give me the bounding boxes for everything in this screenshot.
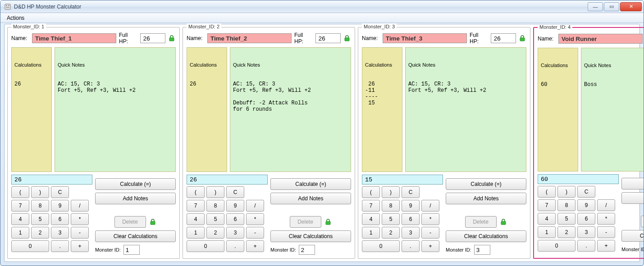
close-button[interactable]: ✕ (620, 2, 642, 11)
name-input[interactable] (32, 33, 116, 43)
key-multiply[interactable]: * (246, 213, 264, 225)
key-divide[interactable]: / (421, 200, 439, 212)
display-input[interactable] (362, 175, 443, 185)
display-input[interactable] (187, 175, 268, 185)
key-subtract[interactable]: - (71, 227, 89, 239)
key-0[interactable]: 0 (538, 240, 575, 252)
key-divide[interactable]: / (71, 200, 89, 212)
key-add[interactable]: + (71, 240, 89, 252)
key-dot[interactable]: . (226, 240, 244, 252)
key-2[interactable]: 2 (206, 227, 224, 239)
delete-button[interactable]: Delete (290, 216, 321, 228)
key-7[interactable]: 7 (11, 200, 29, 212)
key-clear[interactable]: C (51, 186, 69, 198)
fullhp-input[interactable] (315, 33, 341, 43)
key-lparen[interactable]: ( (538, 186, 556, 198)
key-lparen[interactable]: ( (187, 186, 205, 198)
calculate-button[interactable]: Calculate (=) (446, 178, 526, 190)
key-2[interactable]: 2 (557, 226, 575, 238)
key-subtract[interactable]: - (246, 227, 264, 239)
key-6[interactable]: 6 (51, 213, 69, 225)
quicknotes-box[interactable]: Quick Notes AC: 15, CR: 3 Fort +5, Ref +… (55, 47, 176, 172)
key-1[interactable]: 1 (187, 227, 205, 239)
name-input[interactable] (383, 33, 467, 43)
key-9[interactable]: 9 (402, 200, 420, 212)
display-input[interactable] (538, 174, 619, 184)
clearcalc-button[interactable]: Clear Calculations (95, 230, 176, 242)
key-lparen[interactable]: ( (362, 186, 380, 198)
key-6[interactable]: 6 (226, 213, 244, 225)
key-0[interactable]: 0 (362, 240, 400, 252)
minimize-button[interactable]: — (588, 2, 603, 11)
key-clear[interactable]: C (402, 186, 420, 198)
key-7[interactable]: 7 (362, 200, 380, 212)
clearcalc-button[interactable]: Clear Calculations (270, 230, 351, 242)
calculations-box[interactable]: Calculations 26 -11 ---- 15 (362, 47, 402, 172)
key-multiply[interactable]: * (597, 213, 615, 225)
menu-actions[interactable]: Actions (3, 14, 28, 22)
delete-lock-icon[interactable] (324, 218, 332, 226)
key-subtract[interactable]: - (421, 227, 439, 239)
addnotes-button[interactable]: Add Notes (270, 193, 351, 204)
clearcalc-button[interactable]: Clear Calculations (446, 230, 526, 242)
calculate-button[interactable]: Calculate (=) (95, 178, 176, 190)
name-input[interactable] (207, 33, 292, 43)
key-5[interactable]: 5 (382, 213, 400, 225)
key-subtract[interactable]: - (597, 226, 615, 238)
key-rparen[interactable]: ) (557, 186, 575, 198)
quicknotes-box[interactable]: Quick Notes AC: 15, CR: 3 Fort +5, Ref +… (230, 47, 351, 172)
key-9[interactable]: 9 (226, 200, 244, 212)
key-4[interactable]: 4 (187, 213, 205, 225)
key-6[interactable]: 6 (577, 213, 595, 225)
lock-icon[interactable] (343, 34, 351, 42)
key-1[interactable]: 1 (11, 227, 29, 239)
key-dot[interactable]: . (51, 240, 69, 252)
clearcalc-button[interactable]: Clear Calculations (621, 230, 644, 242)
monsterid-input[interactable] (474, 245, 490, 255)
display-input[interactable] (11, 175, 92, 185)
delete-button[interactable]: Delete (465, 216, 497, 228)
key-3[interactable]: 3 (402, 227, 420, 239)
delete-lock-icon[interactable] (499, 218, 507, 226)
key-4[interactable]: 4 (11, 213, 29, 225)
key-rparen[interactable]: ) (382, 186, 400, 198)
key-8[interactable]: 8 (31, 200, 49, 212)
key-lparen[interactable]: ( (11, 186, 29, 198)
key-multiply[interactable]: * (421, 213, 439, 225)
key-rparen[interactable]: ) (206, 186, 224, 198)
key-6[interactable]: 6 (402, 213, 420, 225)
calculate-button[interactable]: Calculate (=) (621, 178, 644, 189)
addnotes-button[interactable]: Add Notes (621, 192, 644, 204)
key-3[interactable]: 3 (226, 227, 244, 239)
name-input[interactable] (558, 34, 643, 44)
calculate-button[interactable]: Calculate (=) (270, 178, 351, 190)
key-2[interactable]: 2 (31, 227, 49, 239)
key-divide[interactable]: / (246, 200, 264, 212)
key-dot[interactable]: . (577, 240, 595, 252)
key-1[interactable]: 1 (538, 226, 556, 238)
fullhp-input[interactable] (140, 33, 165, 43)
monsterid-input[interactable] (123, 245, 140, 255)
key-multiply[interactable]: * (71, 213, 89, 225)
addnotes-button[interactable]: Add Notes (446, 193, 526, 204)
key-8[interactable]: 8 (206, 200, 224, 212)
monsterid-input[interactable] (299, 245, 315, 255)
key-rparen[interactable]: ) (31, 186, 49, 198)
key-0[interactable]: 0 (187, 240, 224, 252)
key-8[interactable]: 8 (382, 200, 400, 212)
key-clear[interactable]: C (577, 186, 595, 198)
key-5[interactable]: 5 (557, 213, 575, 225)
key-add[interactable]: + (597, 240, 615, 252)
key-8[interactable]: 8 (557, 199, 575, 211)
fullhp-input[interactable] (491, 33, 516, 43)
key-add[interactable]: + (246, 240, 264, 252)
key-5[interactable]: 5 (206, 213, 224, 225)
key-9[interactable]: 9 (577, 199, 595, 211)
key-add[interactable]: + (421, 240, 439, 252)
calculations-box[interactable]: Calculations 26 (11, 47, 52, 172)
key-7[interactable]: 7 (538, 199, 556, 211)
quicknotes-box[interactable]: Quick Notes Boss (581, 48, 644, 171)
key-4[interactable]: 4 (538, 213, 556, 225)
maximize-button[interactable]: ▭ (604, 2, 619, 11)
delete-lock-icon[interactable] (149, 218, 157, 226)
